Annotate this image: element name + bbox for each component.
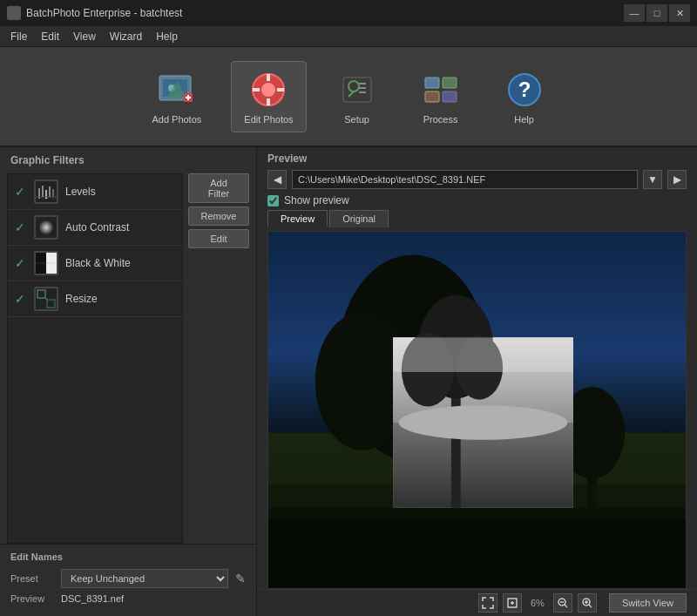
filter-thumb-resize	[34, 287, 58, 311]
app-icon	[7, 6, 21, 20]
preset-edit-button[interactable]: ✎	[235, 572, 246, 586]
filter-item-auto-contrast[interactable]: ✓ Auto Contrast	[8, 210, 182, 246]
tab-original[interactable]: Original	[329, 210, 389, 227]
sky-background	[268, 232, 686, 428]
filter-check-levels[interactable]: ✓	[15, 185, 27, 199]
minimize-button[interactable]: —	[624, 4, 645, 22]
photo-scene	[268, 232, 686, 588]
setup-icon	[336, 69, 378, 111]
filter-buttons: Add Filter Remove Edit	[188, 173, 249, 544]
svg-line-73	[589, 605, 592, 607]
add-filter-button[interactable]: Add Filter	[188, 173, 249, 203]
main-content: Graphic Filters ✓	[0, 147, 697, 616]
toolbar-process[interactable]: Process	[408, 62, 474, 132]
filter-check-resize[interactable]: ✓	[15, 292, 27, 306]
filter-name-auto-contrast: Auto Contrast	[65, 221, 129, 234]
toolbar: Add Photos Edit Photos	[0, 47, 697, 147]
toolbar-add-photos[interactable]: Add Photos	[139, 62, 213, 132]
svg-point-8	[261, 83, 275, 97]
add-photos-icon	[156, 69, 198, 111]
zoom-in-button[interactable]	[578, 593, 597, 613]
filter-item-resize[interactable]: ✓ Resize	[8, 281, 182, 317]
preview-name-row: Preview DSC_8391.nef	[10, 593, 246, 604]
svg-rect-16	[359, 83, 366, 85]
filter-item-black-white[interactable]: ✓ Black & White	[8, 246, 182, 281]
filter-name-black-white: Black & White	[65, 257, 131, 269]
fit-expand-button[interactable]	[478, 593, 497, 613]
preset-select[interactable]: Keep Unchanged Custom	[61, 569, 228, 588]
svg-rect-28	[45, 190, 47, 197]
svg-rect-22	[443, 91, 457, 102]
edit-photos-icon	[247, 69, 289, 111]
svg-rect-9	[267, 74, 270, 81]
filters-list: ✓	[7, 173, 183, 544]
nav-prev-button[interactable]: ◀	[267, 170, 287, 189]
svg-rect-27	[42, 186, 44, 197]
svg-text:?: ?	[518, 78, 531, 101]
toolbar-edit-photos[interactable]: Edit Photos	[231, 61, 306, 132]
process-label: Process	[423, 114, 458, 125]
preset-label: Preset	[10, 573, 54, 584]
toolbar-setup[interactable]: Setup	[324, 62, 390, 132]
svg-rect-21	[425, 91, 439, 102]
preview-name-label: Preview	[10, 593, 54, 604]
filter-thumb-auto-contrast	[34, 215, 58, 240]
file-path-input[interactable]	[292, 170, 638, 189]
menu-view[interactable]: View	[66, 29, 103, 44]
svg-rect-18	[359, 91, 366, 93]
menu-edit[interactable]: Edit	[34, 29, 66, 44]
help-label: Help	[514, 114, 534, 125]
zoom-out-button[interactable]	[553, 593, 572, 613]
tab-preview[interactable]: Preview	[267, 210, 328, 227]
edit-filter-button[interactable]: Edit	[188, 229, 249, 248]
menu-help[interactable]: Help	[149, 29, 185, 44]
actual-size-button[interactable]	[503, 593, 522, 613]
switch-view-button[interactable]: Switch View	[609, 593, 687, 613]
close-button[interactable]: ✕	[669, 4, 690, 22]
svg-rect-10	[267, 98, 270, 105]
maximize-button[interactable]: □	[646, 4, 667, 22]
svg-rect-29	[49, 186, 51, 197]
right-panel: Preview ◀ ▼ ▶ Show preview Preview Origi…	[257, 147, 697, 616]
svg-point-36	[39, 220, 53, 234]
help-icon: ?	[504, 69, 545, 111]
tabs-row: Preview Original	[257, 210, 697, 227]
window-controls[interactable]: — □ ✕	[624, 4, 690, 22]
svg-rect-26	[38, 188, 40, 197]
remove-filter-button[interactable]: Remove	[188, 206, 249, 226]
menu-wizard[interactable]: Wizard	[103, 29, 149, 44]
filter-thumb-levels	[34, 179, 58, 204]
zoom-level: 6%	[531, 598, 545, 608]
nav-next-button[interactable]: ▶	[667, 170, 687, 189]
toolbar-help[interactable]: ? Help	[491, 62, 558, 132]
svg-rect-12	[277, 88, 284, 91]
title-bar-left: BatchPhoto Enterprise - batchtest	[7, 6, 182, 20]
filter-check-auto-contrast[interactable]: ✓	[15, 220, 27, 234]
svg-rect-11	[253, 88, 260, 91]
nav-dropdown-button[interactable]: ▼	[643, 170, 662, 189]
svg-rect-20	[443, 78, 457, 88]
filter-name-resize: Resize	[65, 293, 98, 305]
filter-thumb-black-white	[34, 251, 58, 275]
title-bar: BatchPhoto Enterprise - batchtest — □ ✕	[0, 0, 697, 26]
show-preview-checkbox[interactable]	[267, 195, 279, 206]
preview-title: Preview	[257, 147, 697, 170]
left-panel: Graphic Filters ✓	[0, 147, 257, 616]
svg-rect-19	[425, 78, 439, 88]
ground-background	[268, 428, 686, 588]
filter-item-levels[interactable]: ✓	[8, 174, 182, 210]
preview-area	[267, 231, 687, 589]
graphic-filters-title: Graphic Filters	[0, 147, 256, 173]
menu-bar: File Edit View Wizard Help	[0, 26, 697, 47]
svg-rect-17	[359, 87, 366, 89]
show-preview-label: Show preview	[284, 194, 349, 206]
filter-check-black-white[interactable]: ✓	[15, 256, 27, 270]
preset-row: Preset Keep Unchanged Custom ✎	[10, 569, 246, 588]
add-photos-label: Add Photos	[152, 114, 201, 125]
edit-names-section: Edit Names Preset Keep Unchanged Custom …	[0, 544, 256, 616]
svg-line-69	[565, 605, 567, 607]
filter-name-levels: Levels	[65, 186, 96, 198]
window-title: BatchPhoto Enterprise - batchtest	[26, 7, 182, 19]
menu-file[interactable]: File	[3, 29, 34, 44]
edit-photos-label: Edit Photos	[244, 114, 293, 125]
